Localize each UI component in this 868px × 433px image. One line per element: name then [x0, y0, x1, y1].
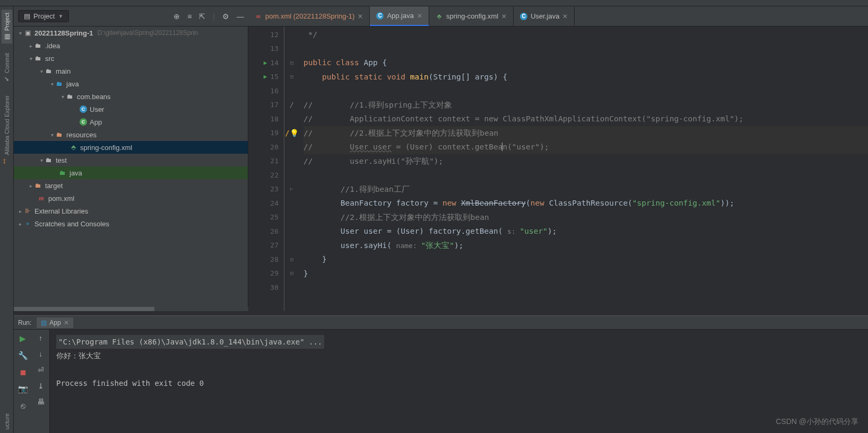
bulb-icon[interactable]: /💡 [285, 129, 298, 137]
tree-spring-config[interactable]: ⬘ spring-config.xml [14, 141, 248, 154]
code-text: new [531, 199, 549, 207]
print-icon[interactable]: 🖶 [37, 397, 45, 406]
tree-label: spring-config.xml [80, 144, 132, 152]
tree-label: main [56, 67, 71, 75]
tree-main[interactable]: ▾ 🖿 main [14, 65, 248, 77]
project-tree[interactable]: ▾ ▣ 20221128Spring-1 D:\gitee\java\Sprin… [14, 26, 248, 311]
tab-pom[interactable]: m pom.xml (20221128Spring-1) ✕ [248, 6, 370, 26]
package-icon: 🖿 [66, 92, 74, 101]
code-text: // [303, 143, 350, 151]
up-icon[interactable]: ↑ [39, 334, 42, 342]
scroll-icon[interactable]: ⤓ [38, 382, 44, 390]
exit-icon[interactable]: ⎋ [21, 401, 25, 410]
wrap-icon[interactable]: ⏎ [38, 366, 44, 374]
fold-icon[interactable]: ⊟ [290, 257, 293, 262]
code-text: ( [526, 199, 531, 207]
close-icon[interactable]: ✕ [562, 13, 568, 20]
line-gutter[interactable]: 1213 ▶14 ▶15 161718 192021 222324 252627… [248, 26, 284, 311]
stop-icon[interactable]: ⏹ [19, 368, 27, 377]
collapse-icon[interactable]: ⇱ [199, 12, 205, 21]
expand-arrow-icon[interactable]: ▸ [17, 221, 23, 227]
down-icon[interactable]: ↓ [39, 350, 42, 358]
run-title: Run: [18, 319, 31, 326]
tree-label: java [70, 169, 82, 177]
expand-arrow-icon[interactable]: ▾ [17, 30, 23, 36]
run-console[interactable]: "C:\Program Files (x86)\Java\jdk1.8.0_14… [50, 330, 868, 433]
expand-arrow-icon[interactable]: ▾ [59, 94, 66, 100]
code-text: // //2.根据上下文对象中的方法获取到bean [303, 129, 498, 137]
expand-arrow-icon[interactable]: ▸ [28, 43, 34, 49]
expand-arrow-icon[interactable]: ▾ [28, 56, 34, 61]
hide-icon[interactable]: — [237, 12, 244, 21]
close-icon[interactable]: ✕ [358, 13, 363, 20]
tree-label: User [90, 105, 104, 113]
project-scrollbar[interactable] [14, 307, 248, 311]
rail-tab-structure[interactable]: ucture [2, 410, 12, 433]
locate-icon[interactable]: ⊕ [173, 12, 180, 21]
run-gutter-icon[interactable]: ▶ [264, 73, 267, 80]
fold-icon[interactable]: ⊢ [290, 186, 293, 192]
expand-arrow-icon[interactable]: ▸ [17, 208, 23, 214]
tree-label: target [45, 182, 63, 190]
close-icon[interactable]: ✕ [417, 12, 422, 20]
code-text: BeanFactory factory = [303, 199, 442, 207]
tree-test[interactable]: ▾ 🖿 test [14, 154, 248, 166]
code-area[interactable]: */ public class App { public static void… [299, 26, 868, 311]
tab-label: spring-config.xml [446, 12, 498, 20]
tree-user-class[interactable]: C User [14, 103, 248, 116]
expand-arrow-icon[interactable]: ▾ [49, 132, 55, 138]
run-tab[interactable]: ▤ App ✕ [37, 317, 73, 328]
rail-tab-alibaba[interactable]: ⟟ Alibaba Cloud Explorer [2, 92, 12, 168]
tree-root[interactable]: ▾ ▣ 20221128Spring-1 D:\gitee\java\Sprin… [14, 26, 248, 39]
close-icon[interactable]: ✕ [501, 13, 507, 20]
fold-icon[interactable]: ⊟ [290, 74, 293, 79]
scratches-icon: ⚬ [23, 219, 32, 228]
code-text: main [410, 73, 429, 81]
expand-arrow-icon[interactable]: ▾ [38, 157, 45, 163]
fold-icon[interactable]: ⊟ [290, 270, 293, 276]
fold-icon[interactable]: ⊟ [290, 60, 293, 66]
tab-user[interactable]: C User.java ✕ [514, 6, 575, 26]
editor-tab-bar: m pom.xml (20221128Spring-1) ✕ C App.jav… [248, 6, 868, 26]
project-selector[interactable]: ▤ Project ▼ [18, 10, 69, 22]
tree-resources[interactable]: ▾ 🖿 resources [14, 128, 248, 141]
code-text: { [378, 58, 387, 67]
folder-icon: 🖿 [45, 156, 53, 164]
expand-arrow-icon[interactable]: ▾ [49, 81, 55, 87]
rail-tab-project[interactable]: ▤ Project [2, 10, 12, 43]
rail-label: Project [4, 13, 10, 31]
top-bar [0, 0, 868, 6]
tab-label: App.java [387, 12, 414, 20]
run-icon[interactable]: ▶ [20, 334, 26, 343]
code-text: //2.根据上下文对象中的方法获取到bean [303, 213, 489, 222]
tree-pom[interactable]: m pom.xml [14, 192, 248, 205]
tree-external-libs[interactable]: ▸ ⊪ External Libraries [14, 205, 248, 217]
tree-app-class[interactable]: C App [14, 116, 248, 128]
code-text: public class [303, 58, 364, 67]
tree-target[interactable]: ▸ 🖿 target [14, 179, 248, 192]
code-text: n("user"); [502, 143, 549, 151]
run-gutter-icon[interactable]: ▶ [264, 59, 267, 66]
expand-arrow-icon[interactable]: ▸ [28, 183, 34, 189]
gear-icon[interactable]: ⚙ [222, 12, 229, 21]
camera-icon[interactable]: 📷 [18, 384, 28, 394]
code-text: User user = (User) factory.getBean( [303, 227, 507, 235]
tree-java[interactable]: ▾ 🖿 java [14, 77, 248, 90]
code-editor[interactable]: 1213 ▶14 ▶15 161718 192021 222324 252627… [248, 26, 868, 311]
tree-package[interactable]: ▾ 🖿 com.beans [14, 90, 248, 103]
tree-src[interactable]: ▾ 🖿 src [14, 52, 248, 65]
close-icon[interactable]: ✕ [64, 319, 69, 326]
tree-scratches[interactable]: ▸ ⚬ Scratches and Consoles [14, 217, 248, 230]
expand-arrow-icon[interactable]: ▾ [38, 68, 45, 74]
param-hint: name: [396, 242, 421, 250]
tab-spring-config[interactable]: ⬘ spring-config.xml ✕ [429, 6, 514, 26]
rail-tab-commit[interactable]: ✔ Commit [2, 50, 12, 86]
tree-test-java[interactable]: 🖿 java [14, 166, 248, 179]
expand-icon[interactable]: ≡ [187, 12, 192, 21]
wrench-icon[interactable]: 🔧 [18, 351, 28, 360]
tree-idea[interactable]: ▸ 🖿 .idea [14, 39, 248, 52]
watermark: CSDN @小孙的代码分享 [776, 417, 858, 427]
code-text: ClassPathResource( [549, 199, 632, 207]
code-text: App [364, 58, 378, 67]
tab-app[interactable]: C App.java ✕ [370, 6, 429, 26]
